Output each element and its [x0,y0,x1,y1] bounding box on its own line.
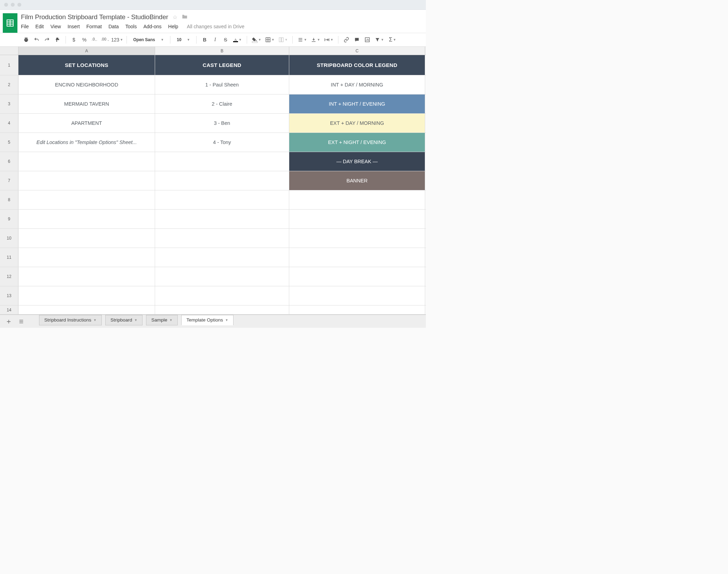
menu-help[interactable]: Help [168,24,178,29]
cell-b7[interactable] [155,171,289,190]
add-sheet-button[interactable]: ＋ [4,317,13,326]
cell-b8[interactable] [155,190,289,209]
functions-button[interactable]: Σ▼ [386,35,398,44]
undo-button[interactable] [32,35,41,44]
wrap-button[interactable]: ▼ [323,35,335,44]
menu-insert[interactable]: Insert [68,24,80,29]
redo-button[interactable] [43,35,52,44]
cell-a5[interactable]: Edit Locations in "Template Options" She… [18,133,155,152]
valign-button[interactable]: ▼ [309,35,321,44]
cell-c4[interactable]: EXT + DAY / MORNING [289,114,425,133]
cell-b13[interactable] [155,286,289,305]
cell-b4[interactable]: 3 - Ben [155,114,289,133]
cell-c14[interactable] [289,305,425,314]
document-title[interactable]: Film Production Stripboard Template - St… [21,13,168,21]
column-header-c[interactable]: C [289,47,425,55]
format-decrease-decimal[interactable]: .0← [90,35,99,44]
cell-b1[interactable]: CAST LEGEND [155,55,289,75]
column-header-a[interactable]: A [18,47,155,55]
cell-c13[interactable] [289,286,425,305]
row-header[interactable]: 1 [0,55,18,75]
all-sheets-button[interactable] [17,317,26,326]
sheets-logo[interactable] [3,13,17,33]
row-header[interactable]: 10 [0,229,18,248]
font-size-select[interactable]: 10▼ [174,35,193,44]
cell-c11[interactable] [289,248,425,267]
row-header[interactable]: 7 [0,171,18,190]
row-header[interactable]: 5 [0,133,18,152]
link-button[interactable] [342,35,351,44]
cell-a6[interactable] [18,152,155,171]
row-header[interactable]: 2 [0,75,18,94]
sheet-tab-instructions[interactable]: Stripboard Instructions▼ [39,315,102,325]
format-more[interactable]: 123▼ [111,35,123,44]
star-icon[interactable]: ☆ [173,14,177,21]
cell-a8[interactable] [18,190,155,209]
fill-color-button[interactable]: ▼ [251,35,262,44]
format-increase-decimal[interactable]: .00→ [101,35,110,44]
column-header-b[interactable]: B [155,47,289,55]
cell-b11[interactable] [155,248,289,267]
menu-format[interactable]: Format [86,24,102,29]
folder-icon[interactable] [182,14,188,21]
filter-button[interactable]: ▼ [373,35,385,44]
row-header[interactable]: 12 [0,267,18,286]
cell-c7[interactable]: BANNER [289,171,425,190]
font-family-select[interactable]: Open Sans▼ [130,35,167,44]
cell-c10[interactable] [289,229,425,248]
cell-a1[interactable]: SET LOCATIONS [18,55,155,75]
cell-b10[interactable] [155,229,289,248]
menu-view[interactable]: View [51,24,61,29]
menu-tools[interactable]: Tools [125,24,137,29]
cell-a3[interactable]: MERMAID TAVERN [18,95,155,113]
cell-a12[interactable] [18,267,155,286]
cell-c5[interactable]: EXT + NIGHT / EVENING [289,133,425,152]
row-header[interactable]: 14 [0,305,18,314]
cell-a10[interactable] [18,229,155,248]
print-button[interactable] [22,35,31,44]
bold-button[interactable]: B [200,35,209,44]
cell-a7[interactable] [18,171,155,190]
format-percent[interactable]: % [80,35,89,44]
row-header[interactable]: 9 [0,210,18,228]
cell-c2[interactable]: INT + DAY / MORNING [289,75,425,94]
menu-file[interactable]: File [21,24,29,29]
row-header[interactable]: 11 [0,248,18,267]
cell-b3[interactable]: 2 - Claire [155,95,289,113]
sheet-tab-stripboard[interactable]: Stripboard▼ [105,315,143,325]
italic-button[interactable]: I [210,35,220,44]
cell-a11[interactable] [18,248,155,267]
strike-button[interactable]: S [221,35,230,44]
cell-a14[interactable] [18,305,155,314]
cell-c1[interactable]: STRIPBOARD COLOR LEGEND [289,55,425,75]
paint-format-button[interactable] [53,35,62,44]
cell-c8[interactable] [289,190,425,209]
borders-button[interactable]: ▼ [264,35,276,44]
row-header[interactable]: 13 [0,286,18,305]
menu-edit[interactable]: Edit [36,24,44,29]
row-header[interactable]: 3 [0,95,18,113]
cell-c12[interactable] [289,267,425,286]
row-header[interactable]: 4 [0,114,18,133]
row-header[interactable]: 6 [0,152,18,171]
comment-button[interactable] [352,35,361,44]
cell-a4[interactable]: APARTMENT [18,114,155,133]
row-header[interactable]: 8 [0,190,18,209]
cell-b12[interactable] [155,267,289,286]
cell-b14[interactable] [155,305,289,314]
merge-button[interactable]: ▼ [277,35,289,44]
cell-a2[interactable]: ENCINO NEIGHBORHOOD [18,75,155,94]
menu-addons[interactable]: Add-ons [143,24,161,29]
select-all-corner[interactable] [0,47,18,55]
cell-b6[interactable] [155,152,289,171]
cell-c3[interactable]: INT + NIGHT / EVENING [289,95,425,113]
cell-c9[interactable] [289,210,425,228]
halign-button[interactable]: ▼ [296,35,308,44]
menu-data[interactable]: Data [108,24,119,29]
cell-b2[interactable]: 1 - Paul Sheen [155,75,289,94]
format-currency[interactable]: $ [69,35,78,44]
text-color-button[interactable]: A▼ [231,35,243,44]
cell-a9[interactable] [18,210,155,228]
cell-b9[interactable] [155,210,289,228]
sheet-tab-sample[interactable]: Sample▼ [146,315,178,325]
